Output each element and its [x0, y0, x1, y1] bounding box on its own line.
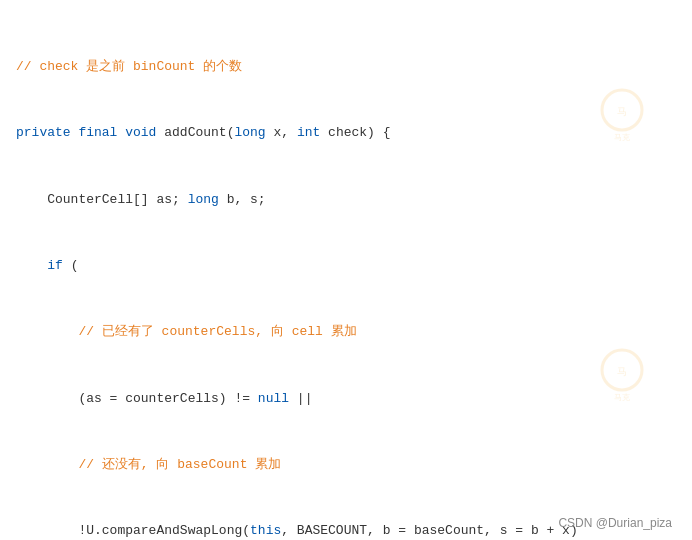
keyword: if — [47, 258, 70, 273]
line-1: // check 是之前 binCount 的个数 — [16, 56, 676, 78]
comment: // 已经有了 counterCells, 向 cell 累加 — [16, 324, 357, 339]
line-6: (as = counterCells) != null || — [16, 388, 676, 410]
code-text: x, — [273, 125, 296, 140]
line-7: // 还没有, 向 baseCount 累加 — [16, 454, 676, 476]
code-text: , BASECOUNT, b = baseCount, s = b + x) — [281, 523, 577, 538]
line-5: // 已经有了 counterCells, 向 cell 累加 — [16, 321, 676, 343]
code-block: // check 是之前 binCount 的个数 private final … — [16, 12, 676, 540]
keyword: long — [234, 125, 273, 140]
keyword: this — [250, 523, 281, 538]
code-text — [16, 258, 47, 273]
code-text: CounterCell[] as; — [16, 192, 188, 207]
line-3: CounterCell[] as; long b, s; — [16, 189, 676, 211]
code-text: addCount( — [164, 125, 234, 140]
code-container: // check 是之前 binCount 的个数 private final … — [0, 0, 692, 540]
keyword: null — [258, 391, 297, 406]
line-2: private final void addCount(long x, int … — [16, 122, 676, 144]
code-text: || — [297, 391, 313, 406]
code-text: (as = counterCells) != — [16, 391, 258, 406]
keyword: int — [297, 125, 328, 140]
code-text: ( — [71, 258, 79, 273]
comment: // 还没有, 向 baseCount 累加 — [16, 457, 281, 472]
comment: // check 是之前 binCount 的个数 — [16, 59, 242, 74]
footer-text: CSDN @Durian_piza — [558, 516, 672, 530]
code-text: b, s; — [227, 192, 266, 207]
keyword: private final void — [16, 125, 164, 140]
code-text: !U.compareAndSwapLong( — [16, 523, 250, 538]
line-4: if ( — [16, 255, 676, 277]
keyword: long — [188, 192, 227, 207]
code-text: check) { — [328, 125, 390, 140]
